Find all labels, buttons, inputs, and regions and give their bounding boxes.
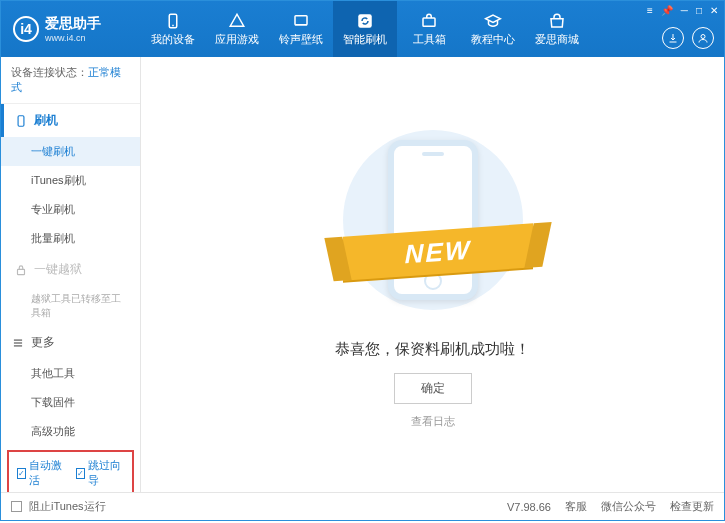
maximize-icon[interactable]: □ — [696, 5, 702, 16]
nav-label: 铃声壁纸 — [279, 32, 323, 47]
svg-rect-7 — [18, 269, 25, 274]
section-label: 刷机 — [34, 112, 58, 129]
footer: 阻止iTunes运行 V7.98.66 客服 微信公众号 检查更新 — [1, 492, 724, 520]
check-icon: ✓ — [76, 468, 85, 479]
phone-icon — [164, 12, 182, 30]
checkbox-auto-activate[interactable]: ✓ 自动激活 — [17, 458, 66, 488]
view-log-link[interactable]: 查看日志 — [411, 414, 455, 429]
checkbox-skip-guide[interactable]: ✓ 跳过向导 — [76, 458, 125, 488]
sidebar-item-pro-flash[interactable]: 专业刷机 — [1, 195, 140, 224]
nav-label: 我的设备 — [151, 32, 195, 47]
sidebar-section-more[interactable]: 更多 — [1, 326, 140, 359]
window-controls: ≡ 📌 ─ □ ✕ — [647, 5, 718, 16]
nav-label: 工具箱 — [413, 32, 446, 47]
jailbreak-note: 越狱工具已转移至工具箱 — [1, 286, 140, 326]
check-update-link[interactable]: 检查更新 — [670, 499, 714, 514]
checkbox-label: 自动激活 — [29, 458, 65, 488]
sidebar-item-itunes-flash[interactable]: iTunes刷机 — [1, 166, 140, 195]
nav-tutorials[interactable]: 教程中心 — [461, 1, 525, 57]
wallpaper-icon — [292, 12, 310, 30]
status-label: 设备连接状态： — [11, 66, 88, 78]
section-label: 更多 — [31, 334, 55, 351]
options-highlight-box: ✓ 自动激活 ✓ 跳过向导 — [7, 450, 134, 492]
download-icon — [667, 32, 679, 44]
list-icon — [11, 336, 25, 350]
nav-my-device[interactable]: 我的设备 — [141, 1, 205, 57]
checkbox-block-itunes[interactable]: 阻止iTunes运行 — [11, 499, 106, 514]
app-url: www.i4.cn — [45, 33, 101, 43]
sidebar-section-jailbreak[interactable]: 一键越狱 — [1, 253, 140, 286]
checkbox-icon — [11, 501, 22, 512]
app-logo-block: i4 爱思助手 www.i4.cn — [1, 15, 141, 43]
top-nav: 我的设备 应用游戏 铃声壁纸 智能刷机 工具箱 教程中心 — [141, 1, 589, 57]
store-icon — [548, 12, 566, 30]
sidebar: 设备连接状态：正常模式 刷机 一键刷机 iTunes刷机 专业刷机 批量刷机 一… — [1, 57, 141, 492]
nav-label: 智能刷机 — [343, 32, 387, 47]
section-label: 一键越狱 — [34, 261, 82, 278]
nav-toolbox[interactable]: 工具箱 — [397, 1, 461, 57]
checkbox-label: 跳过向导 — [88, 458, 124, 488]
sidebar-item-advanced[interactable]: 高级功能 — [1, 417, 140, 446]
wechat-link[interactable]: 微信公众号 — [601, 499, 656, 514]
toolbox-icon — [420, 12, 438, 30]
checkbox-label: 阻止iTunes运行 — [29, 499, 106, 514]
svg-rect-4 — [423, 18, 435, 26]
graduation-icon — [484, 12, 502, 30]
nav-ringtones[interactable]: 铃声壁纸 — [269, 1, 333, 57]
menu-icon[interactable]: ≡ — [647, 5, 653, 16]
main-content: NEW 恭喜您，保资料刷机成功啦！ 确定 查看日志 — [141, 57, 724, 492]
ok-button[interactable]: 确定 — [394, 373, 472, 404]
support-link[interactable]: 客服 — [565, 499, 587, 514]
check-icon: ✓ — [17, 468, 26, 479]
minimize-icon[interactable]: ─ — [681, 5, 688, 16]
sidebar-item-download-firmware[interactable]: 下载固件 — [1, 388, 140, 417]
download-button[interactable] — [662, 27, 684, 49]
nav-label: 应用游戏 — [215, 32, 259, 47]
svg-rect-2 — [295, 15, 307, 24]
svg-point-5 — [701, 35, 705, 39]
connection-status: 设备连接状态：正常模式 — [1, 57, 140, 104]
sidebar-section-flash[interactable]: 刷机 — [1, 104, 140, 137]
sidebar-item-batch-flash[interactable]: 批量刷机 — [1, 224, 140, 253]
nav-smart-flash[interactable]: 智能刷机 — [333, 1, 397, 57]
app-logo-icon: i4 — [13, 16, 39, 42]
phone-icon — [14, 114, 28, 128]
svg-rect-6 — [18, 115, 24, 126]
svg-rect-3 — [358, 14, 372, 28]
apps-icon — [228, 12, 246, 30]
refresh-icon — [356, 12, 374, 30]
nav-apps-games[interactable]: 应用游戏 — [205, 1, 269, 57]
lock-icon[interactable]: 📌 — [661, 5, 673, 16]
close-icon[interactable]: ✕ — [710, 5, 718, 16]
nav-label: 教程中心 — [471, 32, 515, 47]
user-icon — [697, 32, 709, 44]
titlebar: i4 爱思助手 www.i4.cn 我的设备 应用游戏 铃声壁纸 智能刷机 — [1, 1, 724, 57]
app-name: 爱思助手 — [45, 15, 101, 33]
account-button[interactable] — [692, 27, 714, 49]
nav-store[interactable]: 爱思商城 — [525, 1, 589, 57]
version-label: V7.98.66 — [507, 501, 551, 513]
sidebar-item-oneclick-flash[interactable]: 一键刷机 — [1, 137, 140, 166]
success-illustration: NEW — [333, 120, 533, 320]
nav-label: 爱思商城 — [535, 32, 579, 47]
sidebar-item-other-tools[interactable]: 其他工具 — [1, 359, 140, 388]
lock-icon — [14, 263, 28, 277]
success-message: 恭喜您，保资料刷机成功啦！ — [335, 340, 530, 359]
